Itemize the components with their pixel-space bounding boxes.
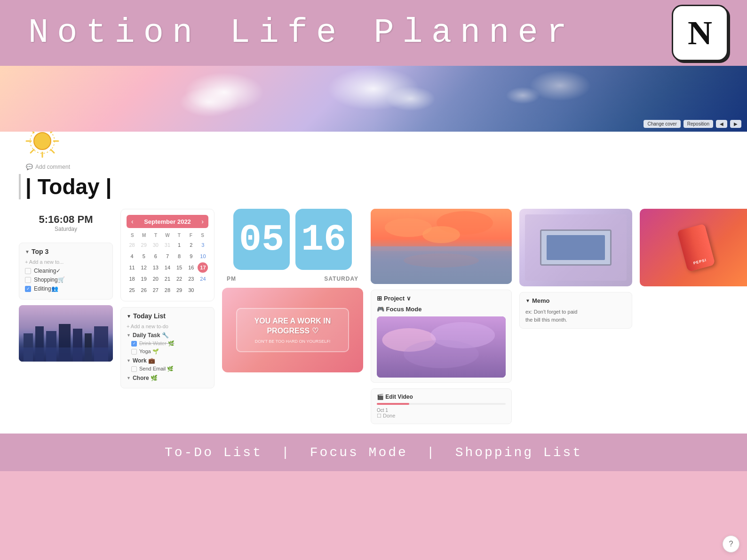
calendar-header: ‹ September 2022 › (127, 215, 208, 228)
today-list-title: Today List (127, 312, 208, 320)
project-section: ⊞ Project ∨ 🎮 Focus Mode (371, 290, 512, 383)
list-item: Yoga 🌱 (127, 348, 208, 355)
chore-section: Chore 🌿 (127, 375, 208, 381)
last-column: PEPSI (640, 209, 747, 286)
motivational-card: YOU ARE A WORK IN PROGRESS ♡ DON'T BE TO… (222, 288, 363, 372)
motivational-sub: DON'T BE TOO HARD ON YOURSELF! (246, 339, 339, 344)
clock-period: PM (227, 276, 236, 282)
list-item: Send Email 🌿 (127, 366, 208, 372)
edit-video-title: 🎬 Edit Video (377, 394, 506, 400)
clock-hours: 05 (233, 209, 290, 270)
page-title: | Today | (19, 174, 728, 199)
comment-icon: 💬 (26, 164, 33, 170)
svg-point-21 (422, 226, 460, 243)
edit-video-card: 🎬 Edit Video Oct 1 ☐ Done (371, 388, 512, 424)
time-widget: 5:16:08 PM Saturday (19, 209, 113, 237)
checkbox-cleaning[interactable] (25, 268, 31, 274)
calendar-widget: ‹ September 2022 › S M T W T F S (120, 209, 215, 301)
svg-line-6 (51, 150, 54, 153)
progress-fill (377, 403, 409, 405)
add-new-top3[interactable]: + Add a new to... (25, 259, 107, 265)
calendar-column: ‹ September 2022 › S M T W T F S (120, 209, 215, 388)
retro-computer-image (519, 209, 632, 286)
retro-screen (547, 235, 604, 260)
cola-can: PEPSI (677, 223, 715, 271)
list-item: ✓ Editing👥 (25, 285, 107, 292)
cal-next-button[interactable]: › (201, 218, 204, 225)
banner-controls[interactable]: Change cover Reposition ◀ ▶ (644, 120, 741, 128)
today-list-widget: Today List + Add a new to-do Daily Task … (120, 307, 215, 388)
memo-column: Memo ex: Don't forget to paid the bill t… (519, 209, 632, 329)
card-status: ☐ Done (377, 413, 506, 419)
calendar-grid: S M T W T F S 28 29 30 (127, 233, 208, 295)
clock-minutes: 16 (295, 209, 352, 270)
clock-column: 05 16 PM SATURDAY YOU ARE A WORK IN PROG… (222, 209, 363, 372)
top-header: Notion Life Planner N (0, 0, 747, 66)
tagline-todo: To-Do List (165, 445, 262, 460)
cola-image: PEPSI (640, 209, 747, 286)
focus-mode-title: 🎮 Focus Mode (377, 306, 506, 313)
checkbox-editing[interactable]: ✓ (25, 286, 31, 292)
project-title: ⊞ Project ∨ (377, 295, 506, 302)
clock-day: SATURDAY (324, 276, 358, 282)
retro-monitor (540, 229, 611, 266)
flip-clock: 05 16 (222, 209, 363, 270)
motivational-inner: YOU ARE A WORK IN PROGRESS ♡ DON'T BE TO… (236, 308, 349, 352)
memo-text: ex: Don't forget to paid the bill this m… (525, 308, 626, 323)
svg-point-27 (404, 340, 479, 368)
retro-desk (525, 214, 627, 280)
help-button[interactable]: ? (723, 536, 739, 552)
time-display: 5:16:08 PM (19, 213, 113, 226)
reposition-button[interactable]: Reposition (683, 120, 713, 128)
landscape-image (371, 209, 512, 284)
progress-bar (377, 403, 506, 405)
motivational-text: YOU ARE A WORK IN PROGRESS ♡ (246, 316, 339, 336)
tagline-shopping: Shopping List (455, 445, 582, 460)
change-cover-button[interactable]: Change cover (644, 120, 680, 128)
svg-rect-17 (19, 347, 113, 362)
main-grid: 5:16:08 PM Saturday Top 3 + Add a new to… (19, 209, 728, 424)
grid-icon: ⊞ (377, 295, 382, 302)
page-body: 💬 Add comment | Today | 5:16:08 PM Satur… (0, 132, 747, 434)
nav-left-button[interactable]: ◀ (716, 120, 727, 128)
svg-line-8 (31, 150, 34, 153)
notion-logo: N (672, 5, 728, 61)
calendar-month: September 2022 (144, 218, 191, 225)
calendar-day-headers: S M T W T F S (127, 233, 208, 238)
nav-right-button[interactable]: ▶ (730, 120, 741, 128)
top3-title: Top 3 (25, 248, 107, 255)
list-item: Cleaning✓ (25, 268, 107, 274)
focus-image (377, 316, 506, 378)
video-icon: 🎬 (377, 394, 384, 400)
checkbox-yoga[interactable] (131, 349, 137, 355)
memo-title: Memo (525, 297, 626, 304)
tagline-sep1: | (281, 445, 291, 460)
calendar-days: 28 29 30 31 1 2 3 4 5 6 7 8 (127, 240, 208, 295)
checkbox-drink-water[interactable]: ✓ (131, 341, 137, 347)
time-day: Saturday (19, 226, 113, 232)
cal-prev-button[interactable]: ‹ (131, 218, 134, 225)
daily-task-section: Daily Task 🔧 (127, 332, 208, 339)
checkbox-shopping[interactable] (25, 277, 31, 283)
landscape-reflection (371, 246, 512, 284)
work-section: Work 💼 (127, 357, 208, 364)
notion-content: Change cover Reposition ◀ ▶ 💬 Add commen… (0, 66, 747, 434)
memo-widget: Memo ex: Don't forget to paid the bill t… (519, 292, 632, 329)
add-new-today[interactable]: + Add a new to-do (127, 323, 208, 329)
banner: Change cover Reposition ◀ ▶ (0, 66, 747, 132)
city-image (19, 305, 113, 362)
app-title: Notion Life Planner (28, 14, 575, 52)
list-item: Shopping🛒 (25, 276, 107, 283)
card-date: Oct 1 (377, 408, 506, 413)
checkbox-email[interactable] (131, 366, 137, 372)
tagline-focus: Focus Mode (310, 445, 408, 460)
list-item: ✓ Drink Water 🌿 (127, 340, 208, 347)
clock-labels: PM SATURDAY (222, 276, 363, 282)
top3-widget: Top 3 + Add a new to... Cleaning✓ Shoppi… (19, 243, 113, 300)
tagline-sep2: | (427, 445, 437, 460)
projects-column: ⊞ Project ∨ 🎮 Focus Mode (371, 209, 512, 424)
bottom-tagline: To-Do List | Focus Mode | Shopping List (0, 434, 747, 471)
svg-point-0 (34, 133, 51, 150)
add-comment[interactable]: 💬 Add comment (26, 164, 728, 170)
left-column: 5:16:08 PM Saturday Top 3 + Add a new to… (19, 209, 113, 362)
